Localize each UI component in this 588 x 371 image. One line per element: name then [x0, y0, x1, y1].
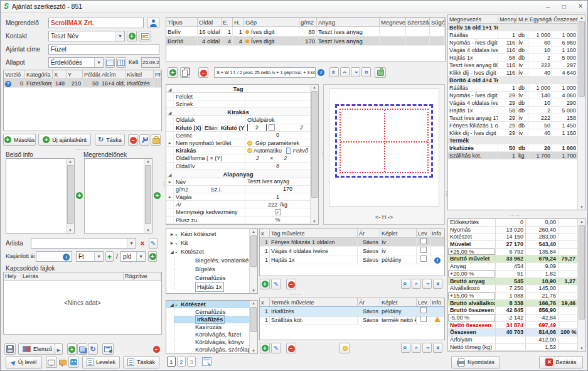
col-lev[interactable]: Lev. — [417, 229, 430, 238]
col-oldal[interactable]: Oldal — [198, 18, 222, 27]
contact-card-button[interactable] — [139, 31, 151, 41]
add-price-button[interactable] — [148, 251, 157, 262]
cost-row[interactable]: Irkafűzés 50 db 20 1 000 — [448, 144, 577, 152]
cost-row[interactable]: Vágás 4 oldalas ívekre 29 db 10 290 — [448, 99, 577, 107]
edit-product-op-button[interactable] — [271, 343, 281, 353]
prop-szinek[interactable]: Színek — [166, 100, 310, 108]
cost-row[interactable]: Szállítás köt. 1 kg 1 700 1 700 — [448, 152, 577, 159]
for-customer-text[interactable] — [85, 159, 144, 233]
customer-contact-button[interactable] — [147, 18, 159, 28]
quantity-discount-checkbox[interactable] — [275, 209, 281, 215]
add-product-op-button[interactable] — [260, 343, 270, 353]
summary-row[interactable]: Nettó összesen 34 874 697,49 — [448, 322, 577, 330]
summary-row[interactable]: Bruttó művelet 33 962 679,24 79,27 — [448, 255, 577, 263]
cost-row[interactable]: Nyomás - Íves digit 116 ív 60 6 960 — [448, 39, 577, 46]
analyzer-button[interactable]: Elemző — [18, 343, 56, 355]
deduct-checkbox[interactable] — [420, 238, 427, 244]
deduct-checkbox[interactable] — [420, 316, 427, 322]
tree-expander-icon[interactable] — [169, 230, 175, 239]
bags-button[interactable]: Táskák — [123, 356, 159, 368]
expand-analyzer-button[interactable] — [55, 343, 63, 355]
summary-row[interactable]: Bruttó összesen 42 845 856,90 — [448, 307, 577, 315]
scrollbar-thumb[interactable] — [250, 307, 257, 332]
remove-file-button[interactable] — [151, 343, 161, 355]
move-up-button[interactable] — [340, 67, 350, 77]
tree-item[interactable]: Hajtás 1x — [174, 282, 249, 291]
offer-title-field[interactable]: Füzet — [48, 44, 159, 55]
close-dialog-button[interactable]: Bezárás — [539, 356, 583, 368]
prop-ar[interactable]: Ár 222/kg — [166, 201, 310, 208]
col-price[interactable]: Ár — [358, 229, 380, 238]
prop-value[interactable]: Gép paraméterek — [255, 139, 299, 146]
deduct-checkbox[interactable] — [420, 307, 427, 313]
product-operation-row[interactable]: 1 Szállítás köt. Sávos termék nettó kg — [260, 316, 444, 325]
col-verzio[interactable]: Verzió — [4, 70, 25, 79]
remove-tag-op-button[interactable] — [286, 279, 296, 289]
for-customer-scrollbar[interactable] — [144, 159, 152, 233]
prop-value[interactable]: 0 — [245, 132, 310, 139]
tree-item[interactable]: Körülvágás, füzet — [174, 331, 249, 338]
tree-expander-icon[interactable] — [169, 301, 175, 309]
op-info-icon[interactable] — [434, 257, 441, 263]
version-row[interactable]: 0 Füzet/köny 148 210 50 16+4 old, 5 Irka… — [4, 79, 161, 88]
summary-row[interactable]: Nyomás 13 020 260,40 — [448, 227, 577, 234]
cost-row[interactable]: Ráállás 1 db 1 000 1 000 — [448, 84, 577, 92]
chevron-down-icon[interactable] — [94, 58, 103, 67]
col-gm2[interactable]: g/m2 — [299, 18, 317, 27]
summary-table[interactable]: Előkészítés 0 0,00 Nyomás 13 020 260,40 … — [447, 218, 586, 352]
view-toggle-2-button[interactable] — [116, 57, 126, 68]
orientation-value[interactable]: Fekvő — [292, 147, 308, 154]
summary-row[interactable]: Nettó tömeg (kg) 1,52 — [448, 344, 577, 351]
move-up-button[interactable] — [412, 279, 421, 289]
prop-oldal-iv[interactable]: Oldal/ív 8 — [166, 163, 310, 170]
add-currency-button[interactable] — [105, 251, 114, 262]
parts-row[interactable]: Borító 4 oldal 4 4 Íves digit 170 Teszt … — [166, 36, 445, 46]
bag-button[interactable]: Táska — [95, 134, 125, 146]
product-operation-tree[interactable]: Kötészet Cérnafűzés Irkafűzés Kasírozás — [166, 300, 258, 354]
col-info[interactable]: Info — [430, 298, 444, 307]
prop-vagas[interactable]: ▸Vágás 1 — [166, 193, 310, 201]
print-button[interactable]: Nyomtatás — [451, 356, 500, 368]
splitter-handle[interactable] — [277, 293, 314, 296]
summary-row[interactable]: Művelet 27 170 543,40 — [448, 241, 577, 249]
tree-item[interactable]: Kötészet — [166, 247, 249, 256]
status-combo[interactable]: Érdeklődés — [48, 57, 104, 68]
chevron-down-icon[interactable] — [115, 31, 124, 41]
prop-oldalak[interactable]: Oldalak Oldalpárok — [166, 116, 310, 124]
col-x[interactable]: x — [260, 229, 270, 238]
product-operations-table[interactable]: x Termék művelete Ár Képlet Lev. Info 1 … — [259, 298, 445, 340]
col-formula[interactable]: Képlet — [380, 298, 417, 307]
scrollbar-thumb[interactable] — [579, 21, 585, 97]
section-kirakas[interactable]: Kirakás — [166, 108, 310, 116]
col-formula[interactable]: Képlet — [380, 229, 417, 238]
add-contact-button[interactable] — [127, 31, 137, 41]
parts-table[interactable]: Típus Oldal E. H. Gép g/m2 Anyag Megneve… — [166, 17, 446, 62]
summary-row[interactable]: Árfolyam 412,00 — [448, 336, 577, 344]
prop-felulet[interactable]: Felület — [166, 93, 310, 100]
contact-combo[interactable]: Teszt Név — [48, 31, 125, 41]
deduct-checkbox[interactable] — [420, 247, 427, 253]
suggestion-button[interactable] — [339, 343, 350, 353]
cost-row[interactable]: Hajtás 1x 58 db 2 5 000 — [448, 107, 577, 114]
col-x[interactable]: X — [53, 70, 67, 79]
summary-row[interactable]: +25,00 % 6 792 135,84 — [448, 249, 577, 256]
prop-plusz[interactable]: Plusz zu. % — [166, 217, 310, 224]
pricelist-combo[interactable] — [31, 238, 136, 249]
col-megnevez[interactable]: Megnevez — [380, 18, 406, 27]
scrollbar-thumb[interactable] — [145, 165, 151, 224]
cost-row[interactable]: Teszt íves anyag 170 g (450x320) 29 ív 2… — [448, 114, 577, 122]
col-hely[interactable]: Hely — [4, 272, 21, 281]
tag-operation-row[interactable]: 1 Vágás 4 oldalas ívekre Sávos ív — [260, 247, 444, 255]
col-sugo[interactable]: Súgó — [430, 18, 445, 27]
prop-unit[interactable]: % — [245, 217, 310, 223]
col-price[interactable]: Ár — [358, 298, 380, 307]
move-bottom-button[interactable] — [361, 67, 371, 77]
prop-kirakas[interactable]: Kirakás Automatiku Fekvő — [166, 147, 310, 154]
tree-item[interactable]: Kötészet — [166, 301, 249, 308]
col-leiras[interactable]: Leírás — [21, 272, 124, 281]
deduct-checkbox[interactable] — [420, 255, 427, 262]
operation-catalog-tree[interactable]: Kézi kötészet Kit Kötészet Biegelés, von… — [166, 229, 258, 294]
cost-row[interactable]: Borító 4 old 4+4 Teszt íves anyag — [448, 77, 577, 84]
col-pp[interactable]: PP — [154, 70, 161, 79]
move-top-button[interactable] — [329, 67, 339, 77]
